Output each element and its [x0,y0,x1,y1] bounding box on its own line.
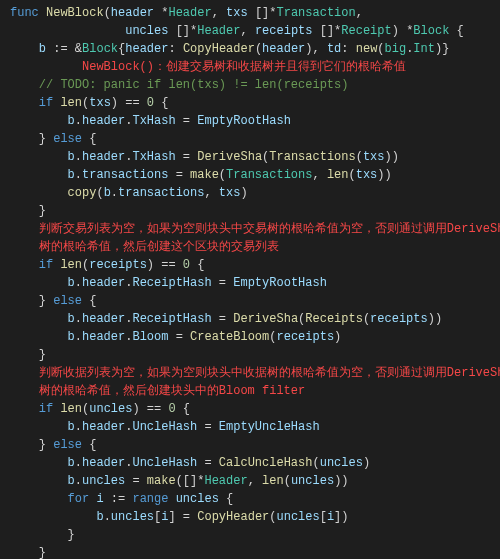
code-line: } [10,544,500,559]
code-line: if len(receipts) == 0 { [10,256,500,274]
code-line: b.transactions = make(Transactions, len(… [10,166,500,184]
code-editor[interactable]: func NewBlock(header *Header, txs []*Tra… [0,0,500,559]
comment-red: 判断收据列表为空，如果为空则块头中收据树的根哈希值为空，否则通过调用Derive… [10,364,500,382]
code-line: } else { [10,292,500,310]
code-line: uncles []*Header, receipts []*Receipt) *… [10,22,500,40]
code-line: } [10,346,500,364]
code-line: b.header.UncleHash = EmptyUncleHash [10,418,500,436]
comment-todo: // TODO: panic if len(txs) != len(receip… [10,76,500,94]
comment-red: 树的根哈希值，然后创建这个区块的交易列表 [10,238,500,256]
code-line: } [10,526,500,544]
code-line: if len(uncles) == 0 { [10,400,500,418]
code-line: } [10,202,500,220]
code-line: } else { [10,130,500,148]
comment-red: 树的根哈希值，然后创建块头中的Bloom filter [10,382,500,400]
code-line: b.uncles = make([]*Header, len(uncles)) [10,472,500,490]
code-line: b.header.UncleHash = CalcUncleHash(uncle… [10,454,500,472]
code-line: copy(b.transactions, txs) [10,184,500,202]
code-line: b := &Block{header: CopyHeader(header), … [10,40,500,58]
comment-red: 判断交易列表为空，如果为空则块头中交易树的根哈希值为空，否则通过调用Derive… [10,220,500,238]
code-line: b.header.ReceiptHash = DeriveSha(Receipt… [10,310,500,328]
code-line: for i := range uncles { [10,490,500,508]
code-line: } else { [10,436,500,454]
comment-red: NewBlock()：创建交易树和收据树并且得到它们的根哈希值 [10,58,500,76]
code-line: b.header.Bloom = CreateBloom(receipts) [10,328,500,346]
code-line: func NewBlock(header *Header, txs []*Tra… [10,4,500,22]
code-line: b.header.TxHash = DeriveSha(Transactions… [10,148,500,166]
code-line: b.header.TxHash = EmptyRootHash [10,112,500,130]
code-line: b.header.ReceiptHash = EmptyRootHash [10,274,500,292]
code-line: b.uncles[i] = CopyHeader(uncles[i]) [10,508,500,526]
code-line: if len(txs) == 0 { [10,94,500,112]
